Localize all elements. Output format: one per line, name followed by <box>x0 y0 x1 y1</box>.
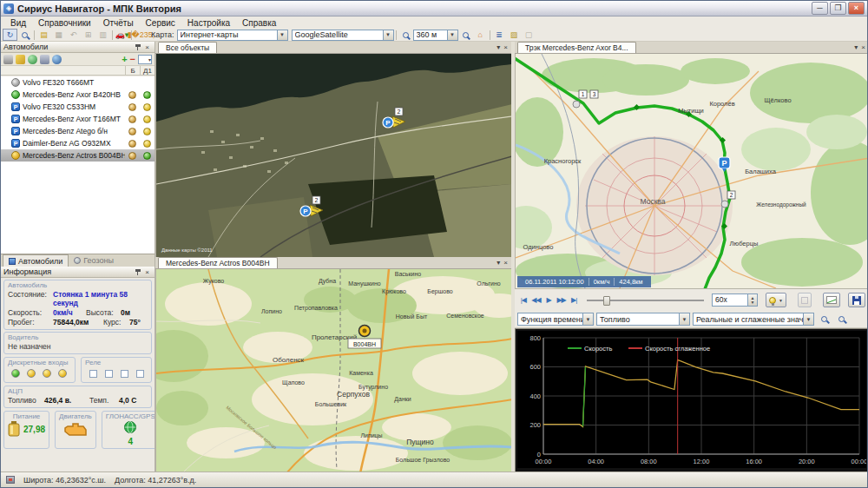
actros-map[interactable]: Московское Большое кольцо Дубна Манушкин… <box>155 269 511 473</box>
pin-icon[interactable] <box>135 268 141 275</box>
menu-nastroika[interactable]: Настройка <box>181 18 236 28</box>
playback-speed-spinner[interactable]: 60x ▲▼ <box>712 293 758 307</box>
chevron-down-icon[interactable]: ▼ <box>383 30 393 40</box>
fast-forward-button[interactable]: ▶▶ <box>556 293 567 307</box>
menu-bar: Вид Справочники Отчёты Сервис Настройка … <box>1 16 867 29</box>
map-source-select[interactable]: Интернет-карты▼ <box>177 30 288 41</box>
panel-close-icon[interactable]: × <box>861 43 865 51</box>
save-track-button[interactable] <box>848 293 865 307</box>
relay-checkbox-3[interactable] <box>121 370 128 378</box>
edit-icon[interactable]: ▤ <box>36 29 51 41</box>
tab-geozones[interactable]: Геозоны <box>69 254 119 267</box>
vehicle-row[interactable]: P Mercedes-Benz Axor Т166МТ <box>1 113 155 125</box>
skip-start-button[interactable]: |◀ <box>518 293 529 307</box>
tab-track[interactable]: Трэк Mercedes-Benz Axor В4... <box>517 42 636 53</box>
chevron-down-icon[interactable]: ▼ <box>679 313 689 325</box>
map-label: Новый Быт <box>396 313 428 320</box>
objects-map-panel: Все объекты ▾ × <box>155 42 511 257</box>
undo-icon[interactable]: ↶ <box>66 29 81 41</box>
column-d1-header[interactable]: Д1 <box>140 66 155 75</box>
relay-checkbox-4[interactable] <box>136 370 144 378</box>
panel-menu-icon[interactable]: ▾ <box>496 259 500 267</box>
scale-select[interactable]: 360 м▼ <box>413 30 458 41</box>
refresh-icon[interactable]: ↻ <box>3 29 17 41</box>
list-mode-select[interactable]: ▾ <box>138 55 152 64</box>
vehicle-row-selected[interactable]: Mercedes-Benz Actros В004ВН <box>1 149 155 162</box>
pin-icon[interactable] <box>135 43 141 50</box>
tab-all-objects[interactable]: Все объекты <box>158 42 217 53</box>
chevron-down-icon[interactable]: ▼ <box>277 30 287 40</box>
chevron-down-icon[interactable]: ▼ <box>779 298 783 303</box>
playback-slider[interactable] <box>587 294 704 307</box>
vehicle-row[interactable]: P Daimler-Benz AG О932МХ <box>1 137 155 149</box>
add-vehicle-button[interactable]: + <box>122 55 127 64</box>
close-panel-icon[interactable]: × <box>142 268 152 276</box>
tab-actros[interactable]: Mercedes-Benz Actros В004ВН <box>158 257 278 268</box>
tab-vehicles[interactable]: Автомобили <box>3 254 69 267</box>
report-chart-icon[interactable]: ▮�235; <box>134 29 148 41</box>
menu-otchety[interactable]: Отчёты <box>97 18 140 28</box>
menu-spravochniki[interactable]: Справочники <box>32 18 97 28</box>
world-icon[interactable] <box>52 55 62 64</box>
home-icon[interactable]: ⌂ <box>473 29 488 41</box>
y-tick-label: 400 <box>529 392 541 400</box>
chart-function-select[interactable]: Функция времени▼ <box>517 313 594 326</box>
track-status-overlay: 06.11.2011 10:12:00 0км/ч 424,8км <box>517 276 651 287</box>
panel-close-icon[interactable]: × <box>503 43 508 51</box>
relay-checkbox-2[interactable] <box>105 370 113 378</box>
notes-icon[interactable]: ▨ <box>507 29 522 41</box>
vehicle-row[interactable]: Volvo FE320 Т666МТ <box>1 76 155 89</box>
car-icon[interactable] <box>40 55 49 64</box>
chart-parameter-select[interactable]: Топливо▼ <box>596 313 690 326</box>
search-icon[interactable] <box>17 29 32 41</box>
vehicle-row[interactable]: P Mercedes-Benz Atego б/н <box>1 125 155 137</box>
chevron-down-icon[interactable]: ▼ <box>803 313 813 325</box>
printer-icon[interactable] <box>3 55 13 64</box>
restore-button[interactable]: ❐ <box>830 2 846 15</box>
spin-down-icon[interactable]: ▼ <box>750 300 754 305</box>
close-button[interactable]: × <box>848 2 865 15</box>
columns-icon[interactable]: ▥ <box>95 29 110 41</box>
track-points-toggle-button[interactable]: ▼ <box>766 293 786 307</box>
chart-mode-select[interactable]: Реальные и сглаженные значен▼ <box>693 313 814 326</box>
panel-close-icon[interactable]: × <box>503 259 508 267</box>
table-icon[interactable]: ▦ <box>51 29 66 41</box>
zoom-out-icon[interactable] <box>458 29 473 41</box>
column-b-header[interactable]: Б <box>125 66 140 75</box>
open-chart-button[interactable] <box>823 293 840 307</box>
close-panel-icon[interactable]: × <box>142 43 152 51</box>
vehicle-row[interactable]: P Volvo FE320 С533НМ <box>1 101 155 113</box>
globe-icon[interactable] <box>28 55 37 64</box>
link-icon[interactable]: ⊞ <box>81 29 95 41</box>
rewind-button[interactable]: ◀◀ <box>531 293 542 307</box>
playback-speed-value[interactable]: 60x <box>712 293 748 307</box>
legend-list-icon[interactable]: ≣ <box>492 29 507 41</box>
chevron-down-icon[interactable]: ▼ <box>447 30 457 40</box>
vertical-splitter[interactable] <box>511 42 515 472</box>
disabled-tool-button[interactable] <box>798 293 812 307</box>
chevron-down-icon[interactable]: ▼ <box>582 313 593 325</box>
brush-icon[interactable] <box>16 55 25 64</box>
remove-vehicle-button[interactable]: − <box>130 55 135 64</box>
panel-menu-icon[interactable]: ▾ <box>854 43 858 51</box>
play-button[interactable]: ▶ <box>543 293 554 307</box>
menu-servis[interactable]: Сервис <box>140 18 181 28</box>
vehicle-row[interactable]: Mercedes-Benz Axor В420НВ <box>1 89 155 101</box>
track-map[interactable]: 1 3 P 2 Мытищи Королёв Щёлково <box>515 54 868 288</box>
panel-menu-icon[interactable]: ▾ <box>496 43 500 51</box>
fuel-chart[interactable]: 00:0004:0008:0012:0016:0020:0000:0002004… <box>515 328 868 473</box>
slider-thumb[interactable] <box>603 296 610 306</box>
zoom-in-icon[interactable] <box>398 29 413 41</box>
status-ball-b <box>128 115 136 123</box>
minimize-button[interactable]: ─ <box>812 2 828 15</box>
satellite-map[interactable]: P 2 P 2 Данные карты ©2011 <box>155 54 511 257</box>
empty-toggle-icon[interactable]: ▢ <box>522 29 536 41</box>
skip-end-button[interactable]: ▶| <box>569 293 579 307</box>
relay-checkbox-1[interactable] <box>89 370 97 378</box>
menu-spravka[interactable]: Справка <box>236 18 282 28</box>
chart-zoom-out-icon[interactable] <box>834 313 849 326</box>
menu-vid[interactable]: Вид <box>4 18 32 28</box>
chart-zoom-in-icon[interactable] <box>817 313 832 326</box>
map-layer-select[interactable]: GoogleSatellite▼ <box>292 30 394 41</box>
mileage-value: 75844,0км <box>53 318 103 326</box>
